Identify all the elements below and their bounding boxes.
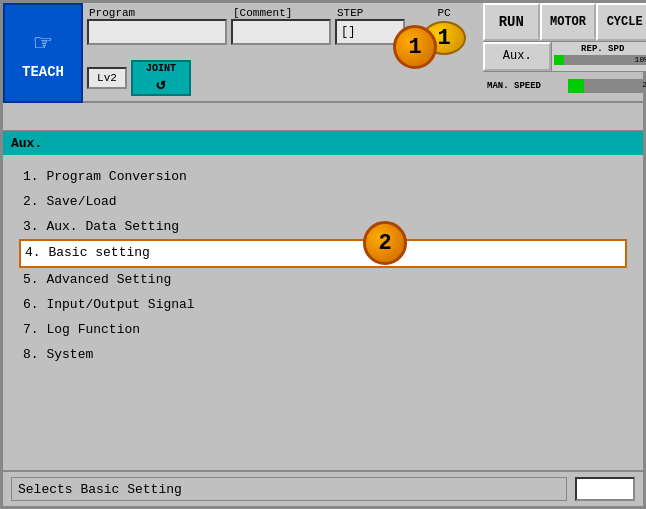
list-item[interactable]: 7. Log Function <box>19 318 627 343</box>
aux-header: Aux. <box>3 131 643 155</box>
item-number: 7. <box>23 322 39 337</box>
man-spd-value: 2 <box>642 80 646 89</box>
item-number: 4. <box>25 245 41 260</box>
item-label: System <box>46 347 93 362</box>
info-panel: Aux. REP. SPD 10% <box>483 42 646 71</box>
list-item[interactable]: 8. System <box>19 343 627 368</box>
button-row: RUN MOTOR CYCLE <box>483 3 646 42</box>
man-spd-label-area: MAN. SPEED <box>483 72 568 101</box>
item-label: Program Conversion <box>46 169 186 184</box>
top-bar: ☞ TEACH Program [Comment] STEP <box>3 3 643 103</box>
top-right: RUN MOTOR CYCLE Aux. REP. SPD 10% <box>483 3 646 101</box>
level-box: Lv2 <box>87 67 127 89</box>
program-group: Program <box>87 7 227 55</box>
list-item-selected[interactable]: 4. Basic setting <box>19 239 627 268</box>
program-field[interactable] <box>87 19 227 45</box>
list-item[interactable]: 6. Input/Output Signal <box>19 293 627 318</box>
status-bar: Selects Basic Setting <box>3 470 643 506</box>
run-label: RUN <box>499 14 524 30</box>
rep-spd-bar-container: 10% <box>554 55 646 65</box>
rep-spd-label: REP. SPD <box>554 44 646 54</box>
comment-group: [Comment] <box>231 7 331 55</box>
pc-group: PC 1 <box>409 7 479 55</box>
item-label: Advanced Setting <box>46 272 171 287</box>
teach-label: TEACH <box>22 64 64 80</box>
status-input[interactable] <box>575 477 635 501</box>
program-label: Program <box>87 7 227 19</box>
man-bar-area: 2 <box>568 72 646 101</box>
run-button[interactable]: RUN <box>483 3 540 41</box>
rep-spd-panel: REP. SPD 10% <box>551 42 646 70</box>
hand-icon: ☞ <box>35 26 52 60</box>
list-item[interactable]: 1. Program Conversion <box>19 165 627 190</box>
pc-number: 1 <box>437 26 450 51</box>
joint-arrow-icon: ↺ <box>156 74 166 94</box>
app-window: ☞ TEACH Program [Comment] STEP <box>0 0 646 509</box>
step-group: STEP [ ] <box>335 7 405 55</box>
cycle-button[interactable]: CYCLE <box>596 3 646 41</box>
top-middle: Program [Comment] STEP [ ] <box>83 3 483 101</box>
cycle-label: CYCLE <box>607 15 643 29</box>
step-value-close: ] <box>348 25 355 39</box>
top-row2: Lv2 JOINT ↺ <box>87 58 479 98</box>
menu-list: 1. Program Conversion 2. Save/Load 3. Au… <box>19 165 627 367</box>
joint-button[interactable]: JOINT ↺ <box>131 60 191 96</box>
man-spd-panel: MAN. SPEED 2 <box>483 72 646 101</box>
item-label: Log Function <box>46 322 140 337</box>
man-spd-bar-wrap: 2 <box>568 79 646 93</box>
man-spd-bar <box>568 79 584 93</box>
level-label: Lv2 <box>97 72 117 84</box>
main-content: 1. Program Conversion 2. Save/Load 3. Au… <box>3 155 643 377</box>
status-label: Selects Basic Setting <box>18 482 182 497</box>
pc-display: 1 <box>422 21 466 55</box>
status-text: Selects Basic Setting <box>11 477 567 501</box>
pc-label: PC <box>435 7 452 19</box>
item-number: 2. <box>23 194 39 209</box>
info-bar <box>3 103 643 131</box>
aux-title: Aux. <box>11 136 42 151</box>
joint-label: JOINT <box>146 63 176 74</box>
item-number: 3. <box>23 219 39 234</box>
list-item[interactable]: 3. Aux. Data Setting <box>19 215 627 240</box>
item-number: 5. <box>23 272 39 287</box>
list-item[interactable]: 2. Save/Load <box>19 190 627 215</box>
comment-field[interactable] <box>231 19 331 45</box>
step-field[interactable]: [ ] <box>335 19 405 45</box>
item-number: 6. <box>23 297 39 312</box>
item-label: Basic setting <box>48 245 149 260</box>
rep-spd-bar <box>554 55 564 65</box>
list-item[interactable]: 5. Advanced Setting <box>19 268 627 293</box>
aux-label: Aux. <box>503 49 532 63</box>
comment-label: [Comment] <box>231 7 331 19</box>
item-label: Aux. Data Setting <box>46 219 179 234</box>
step-value: [ <box>341 25 348 39</box>
item-number: 8. <box>23 347 39 362</box>
item-label: Input/Output Signal <box>46 297 194 312</box>
teach-button[interactable]: ☞ TEACH <box>3 3 83 103</box>
item-label: Save/Load <box>46 194 116 209</box>
top-row1: Program [Comment] STEP [ ] <box>87 7 479 55</box>
rep-spd-value: 10% <box>635 55 646 65</box>
aux-button[interactable]: Aux. <box>483 42 551 70</box>
motor-button[interactable]: MOTOR <box>540 3 597 41</box>
step-label: STEP <box>335 7 405 19</box>
item-number: 1. <box>23 169 39 184</box>
motor-label: MOTOR <box>550 15 586 29</box>
man-spd-label: MAN. SPEED <box>487 81 568 91</box>
